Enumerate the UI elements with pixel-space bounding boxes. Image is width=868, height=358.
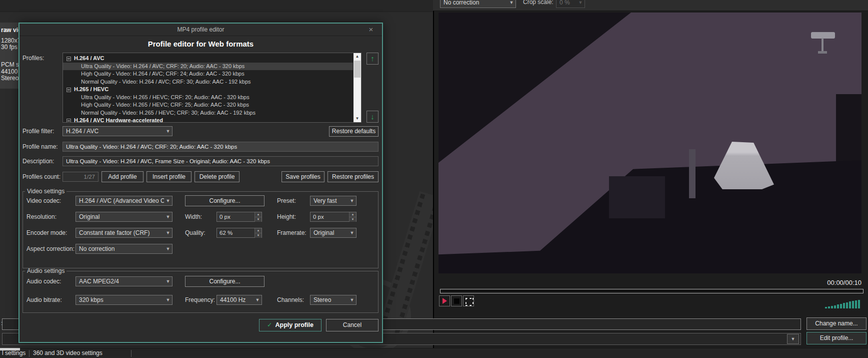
profile-row-label: Normal Quality - Video: H.265 / HEVC; CR… [81, 109, 256, 117]
audio-bitrate-dropdown[interactable]: 320 kbps ▼ [76, 295, 172, 305]
profile-row[interactable]: Normal Quality - Video: H.265 / HEVC; CR… [63, 109, 353, 117]
resolution-dropdown[interactable]: Original ▼ [76, 212, 172, 222]
crop-scale-value: 0 % [556, 0, 576, 6]
meter-bar [852, 301, 854, 308]
channels-dropdown[interactable]: Stereo ▼ [310, 295, 356, 305]
apply-profile-button[interactable]: ✓Apply profile [259, 319, 322, 331]
aspect-correction-dropdown[interactable]: No correction ▼ [440, 0, 516, 8]
app-window: raw vid 1280x7 30 fps PCM si 44100 Stere… [0, 0, 868, 358]
chevron-down-icon: ▼ [348, 198, 356, 203]
profiles-count-label: Profiles count: [22, 173, 60, 180]
spin-up-icon[interactable]: ▲ [350, 212, 356, 217]
apply-profile-label: Apply profile [276, 321, 314, 328]
audio-bitrate-label: Audio bitrate: [26, 296, 62, 303]
chevron-down-icon: ▼ [164, 230, 172, 235]
audio-settings-legend: Audio settings [25, 267, 66, 274]
preset-dropdown[interactable]: Very fast ▼ [310, 196, 356, 206]
encoder-mode-dropdown[interactable]: Constant rate factor (CRF) ▼ [76, 228, 172, 238]
framerate-dropdown[interactable]: Original ▼ [310, 228, 356, 238]
profile-filter-dropdown[interactable]: H.264 / AVC ▼ [62, 126, 172, 136]
scene-dark-box [609, 176, 665, 218]
edit-profile-button[interactable]: Edit profile... [806, 332, 866, 344]
meter-bar [843, 303, 845, 308]
preset-value: Very fast [310, 197, 348, 204]
width-spinner[interactable]: 0 px ▲▼ [216, 212, 262, 222]
move-profile-down-button[interactable]: ↓ [366, 111, 378, 123]
video-codec-dropdown[interactable]: H.264 / AVC (Advanced Video Codir ▼ [76, 196, 172, 206]
restore-defaults-button[interactable]: Restore defaults [329, 126, 378, 137]
meter-bar [855, 300, 857, 308]
video-configure-button[interactable]: Configure... [185, 195, 264, 206]
profile-row[interactable]: Normal Quality - Video: H.264 / AVC; CRF… [63, 78, 353, 86]
delete-profile-button[interactable]: Delete profile [194, 171, 240, 182]
height-spinner[interactable]: 0 px ▲▼ [310, 212, 356, 222]
insert-profile-button[interactable]: Insert profile [146, 171, 192, 182]
play-button[interactable] [439, 295, 450, 306]
cancel-button[interactable]: Cancel [326, 319, 378, 331]
description-input[interactable]: Ultra Quality - Video: H.264 / AVC, Fram… [62, 156, 378, 166]
seek-bar[interactable] [440, 289, 864, 293]
profile-group-row[interactable]: H.264 / AVC [63, 55, 353, 63]
frequency-value: 44100 Hz [217, 296, 254, 303]
spinner-arrows[interactable]: ▲▼ [254, 228, 262, 237]
list-scrollbar[interactable]: ▲ ▼ [354, 53, 361, 122]
chevron-down-icon: ▼ [254, 297, 262, 302]
spin-up-icon[interactable]: ▲ [255, 212, 262, 217]
scrollbar-down-icon[interactable]: ▼ [354, 115, 361, 122]
scene-lamp-stem [822, 38, 824, 52]
move-profile-up-button[interactable]: ↑ [366, 53, 378, 65]
video-preview-viewport [438, 13, 862, 273]
change-name-button[interactable]: Change name... [806, 317, 866, 330]
audio-codec-dropdown[interactable]: AAC MPEG2/4 ▼ [76, 276, 172, 286]
aspect-correction-value: No correction [440, 0, 508, 6]
profile-row-label: High Quality - Video: H.265 / HEVC; CRF:… [81, 101, 249, 109]
spin-down-icon[interactable]: ▼ [255, 217, 262, 222]
profile-row[interactable]: High Quality - Video: H.264 / AVC; CRF: … [63, 70, 353, 78]
meter-bar [849, 301, 851, 308]
dialog-titlebar[interactable]: MP4 profile editor × [20, 24, 382, 36]
collapse-minus-icon[interactable] [66, 88, 71, 92]
profile-row[interactable]: High Quality - Video: H.265 / HEVC; CRF:… [63, 101, 353, 109]
meter-bar [825, 307, 827, 308]
clip-prop-title: raw vid [1, 27, 20, 34]
add-profile-button[interactable]: Add profile [102, 171, 144, 182]
stop-button[interactable] [451, 295, 462, 306]
meter-bar [837, 304, 839, 308]
quality-spinner[interactable]: 62 % ▲▼ [216, 228, 262, 238]
profiles-list[interactable]: H.264 / AVCUltra Quality - Video: H.264 … [62, 53, 362, 123]
close-icon[interactable]: × [366, 25, 376, 35]
clip-prop-channels: Stereo [1, 75, 20, 82]
profile-group-row[interactable]: H.264 / AVC Hardware-accelerated [63, 117, 353, 123]
audio-codec-label: Audio codec: [26, 278, 61, 285]
save-profiles-button[interactable]: Save profiles [282, 171, 324, 182]
framerate-value: Original [310, 229, 348, 236]
restore-profiles-button[interactable]: Restore profiles [328, 171, 378, 182]
profile-row[interactable]: Ultra Quality - Video: H.265 / HEVC; CRF… [63, 94, 353, 102]
scrollbar-thumb[interactable] [354, 61, 360, 78]
audio-bitrate-value: 320 kbps [76, 296, 164, 303]
spin-down-icon[interactable]: ▼ [255, 233, 262, 238]
spinner-arrows[interactable]: ▲▼ [349, 212, 356, 221]
chevron-down-icon[interactable]: ▼ [787, 334, 799, 344]
fullscreen-button[interactable] [463, 295, 474, 306]
encoder-mode-label: Encoder mode: [26, 229, 67, 236]
tab-360-3d-settings[interactable]: 360 and 3D video settings [33, 349, 102, 356]
profile-name-input[interactable]: Ultra Quality - Video: H.264 / AVC; CRF:… [62, 142, 378, 152]
tab-separator [131, 350, 132, 357]
profile-row[interactable]: Ultra Quality - Video: H.264 / AVC; CRF:… [63, 63, 353, 71]
profile-group-row[interactable]: H.265 / HEVC [63, 86, 353, 94]
scene-dark-wall [438, 13, 631, 163]
frequency-dropdown[interactable]: 44100 Hz ▼ [216, 295, 262, 305]
spin-down-icon[interactable]: ▼ [350, 217, 356, 222]
tab-settings-fragment[interactable]: l settings [2, 349, 26, 356]
spin-up-icon[interactable]: ▲ [255, 228, 262, 233]
collapse-minus-icon[interactable] [66, 57, 71, 61]
crop-scale-label: Crop scale: [523, 0, 554, 6]
profile-row-label: Ultra Quality - Video: H.265 / HEVC; CRF… [81, 94, 250, 102]
collapse-minus-icon[interactable] [66, 119, 71, 123]
audio-configure-button[interactable]: Configure... [185, 276, 264, 287]
aspect-correction-dropdown[interactable]: No correction ▼ [76, 244, 172, 254]
spinner-arrows[interactable]: ▲▼ [254, 212, 262, 221]
resolution-value: Original [76, 213, 164, 220]
scrollbar-up-icon[interactable]: ▲ [354, 53, 361, 60]
